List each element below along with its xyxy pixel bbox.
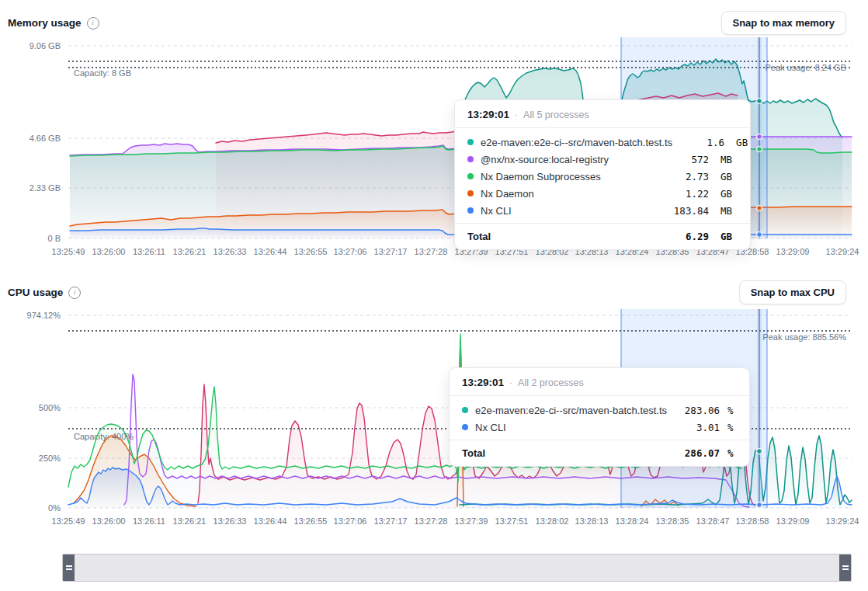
grip-icon <box>66 565 72 567</box>
tooltip-row: @nx/nx-source:local-registry572MB <box>467 151 738 168</box>
tooltip-separator: · <box>509 377 512 388</box>
memory-tooltip-rows: e2e-maven:e2e-ci--src/maven-batch.test.t… <box>455 128 750 223</box>
tooltip-time: 13:29:01 <box>462 377 504 388</box>
memory-peak-label: Peak usage: 8.24 GB <box>765 63 846 72</box>
tooltip-time: 13:29:01 <box>467 109 509 120</box>
process-value: 572 <box>664 154 709 165</box>
tooltip-separator: · <box>515 110 518 120</box>
total-value: 6.29 <box>664 231 709 242</box>
cpu-capacity-label: Capacity: 400% <box>74 432 134 441</box>
tooltip-row: e2e-maven:e2e-ci--src/maven-batch.test.t… <box>462 402 737 419</box>
cpu-peak-label: Peak usage: 885.56% <box>762 332 846 342</box>
y-tick-label: 2.33 GB <box>30 183 61 193</box>
snap-to-max-cpu-button[interactable]: Snap to max CPU <box>739 280 846 304</box>
process-unit: GB <box>720 188 738 200</box>
crosshair-dot <box>757 134 762 140</box>
y-tick-label: 9.06 GB <box>30 41 61 50</box>
cpu-header: CPU usage i Snap to max CPU <box>8 280 846 304</box>
series-color-dot <box>467 173 474 179</box>
x-tick-label: 13:29:24 <box>818 516 867 526</box>
x-tick-label: 13:29:09 <box>768 247 818 256</box>
cpu-tooltip-rows: e2e-maven:e2e-ci--src/maven-batch.test.t… <box>450 396 749 440</box>
process-name: e2e-maven:e2e-ci--src/maven-batch.test.t… <box>475 405 668 416</box>
y-tick-label: 250% <box>39 454 61 463</box>
process-unit: % <box>727 422 737 433</box>
x-tick-label: 13:29:24 <box>818 247 867 256</box>
tooltip-row: Nx Daemon1.22GB <box>467 185 738 202</box>
tooltip-subtitle: All 5 processes <box>523 110 589 120</box>
crosshair-dot <box>757 206 762 211</box>
process-unit: GB <box>736 137 748 148</box>
tooltip-row: Nx CLI183.84MB <box>467 202 738 219</box>
process-unit: MB <box>720 154 738 165</box>
timeline-brush[interactable] <box>62 554 852 582</box>
cpu-title: CPU usage <box>8 287 63 298</box>
memory-capacity-label: Capacity: 8 GB <box>74 68 131 78</box>
process-unit: MB <box>720 205 738 217</box>
process-unit: % <box>727 405 737 416</box>
brush-handle-left[interactable] <box>63 554 75 581</box>
cpu-tooltip-total: Total 286.07 % <box>450 440 749 466</box>
total-unit: % <box>727 447 737 459</box>
crosshair-dot <box>757 449 762 454</box>
process-name: Nx CLI <box>475 422 668 433</box>
process-name: e2e-maven:e2e-ci--src/maven-batch.test.t… <box>481 137 672 148</box>
crosshair-dot <box>757 99 762 104</box>
profiler-page: Memory usage i Snap to max memory 9.06 G… <box>0 0 868 591</box>
process-value: 3.01 <box>675 422 720 433</box>
series-color-dot <box>467 190 474 196</box>
series-color-dot <box>467 156 474 162</box>
tooltip-row: Nx CLI3.01% <box>462 419 737 436</box>
tooltip-row: e2e-maven:e2e-ci--src/maven-batch.test.t… <box>467 134 738 151</box>
process-value: 283.06 <box>675 405 720 416</box>
total-label: Total <box>462 447 668 459</box>
tooltip-row: Nx Daemon Subprocesses2.73GB <box>467 168 738 185</box>
process-name: @nx/nx-source:local-registry <box>481 154 657 165</box>
memory-tooltip-header: 13:29:01 · All 5 processes <box>455 100 750 128</box>
series-color-dot <box>462 424 468 430</box>
cpu-info-icon[interactable]: i <box>68 287 81 299</box>
series-color-dot <box>462 407 468 413</box>
y-tick-label: 500% <box>39 403 61 412</box>
total-unit: GB <box>720 231 738 242</box>
y-tick-label: 0 B <box>47 234 61 243</box>
total-label: Total <box>467 231 657 242</box>
crosshair-dot <box>757 147 762 152</box>
process-value: 1.22 <box>664 188 709 200</box>
crosshair-dot <box>757 232 762 238</box>
cpu-tooltip: 13:29:01 · All 2 processes e2e-maven:e2e… <box>449 367 750 467</box>
brush-track[interactable] <box>75 554 839 581</box>
y-tick-label: 974.12% <box>27 311 61 320</box>
memory-title: Memory usage <box>8 17 82 29</box>
grip-icon <box>842 565 849 567</box>
process-name: Nx CLI <box>481 205 657 217</box>
x-tick-label: 13:29:09 <box>768 516 818 526</box>
process-value: 183.84 <box>664 205 709 217</box>
cpu-tooltip-header: 13:29:01 · All 2 processes <box>450 368 749 396</box>
process-value: 1.6 <box>679 137 724 148</box>
series-color-dot <box>467 207 474 214</box>
y-tick-label: 4.66 GB <box>30 134 61 143</box>
tooltip-subtitle: All 2 processes <box>518 377 584 388</box>
brush-handle-right[interactable] <box>839 554 851 581</box>
y-tick-label: 0% <box>48 503 61 513</box>
series-color-dot <box>467 139 474 145</box>
memory-tooltip: 13:29:01 · All 5 processes e2e-maven:e2e… <box>454 99 751 250</box>
crosshair-dot <box>757 502 762 508</box>
process-value: 2.73 <box>664 171 709 183</box>
process-unit: GB <box>720 171 738 183</box>
memory-info-icon[interactable]: i <box>87 17 99 30</box>
snap-to-max-memory-button[interactable]: Snap to max memory <box>721 11 847 35</box>
process-name: Nx Daemon Subprocesses <box>481 171 657 183</box>
memory-header: Memory usage i Snap to max memory <box>8 11 846 35</box>
memory-tooltip-total: Total 6.29 GB <box>455 223 750 249</box>
total-value: 286.07 <box>675 447 720 459</box>
process-name: Nx Daemon <box>481 188 657 200</box>
